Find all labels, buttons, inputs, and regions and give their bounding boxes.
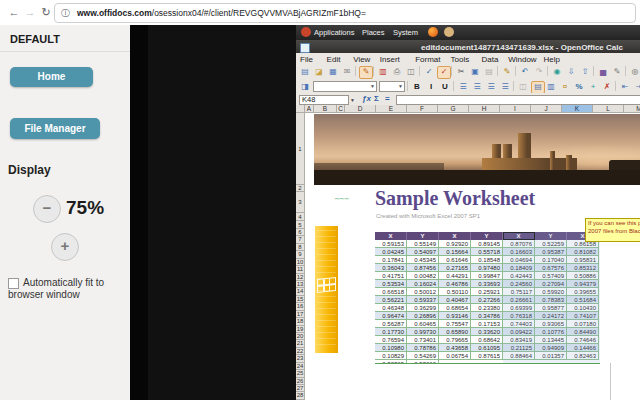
table-cell[interactable]: 0.96474 (375, 312, 407, 320)
menu-format[interactable]: Format (415, 55, 440, 64)
decrease-indent-icon[interactable]: ⇤ (619, 81, 631, 92)
add-decimal-icon[interactable]: + (587, 81, 599, 92)
wrap-text-icon[interactable]: ▤ (531, 81, 545, 94)
select-all-corner[interactable] (296, 105, 305, 113)
find-replace-icon[interactable]: ◎ (629, 66, 640, 77)
browser-back-button[interactable]: ← (6, 4, 22, 20)
table-cell[interactable]: 0.24172 (535, 312, 567, 320)
table-cell[interactable]: 0.13445 (535, 336, 567, 344)
sort-descending-icon[interactable]: ⇧ (579, 66, 591, 77)
table-cell[interactable]: 0.93065 (535, 320, 567, 328)
sidebar-toggle-icon[interactable]: ◨ (299, 81, 311, 92)
table-cell[interactable]: 0.76318 (503, 312, 535, 320)
table-cell[interactable]: 0.21125 (503, 344, 535, 352)
table-cell[interactable]: 0.88464 (503, 352, 535, 360)
folder-icon[interactable] (444, 27, 454, 37)
home-button[interactable]: Home (10, 67, 93, 87)
table-header-cell[interactable]: Y (471, 232, 503, 240)
column-header-K[interactable]: K (562, 105, 593, 113)
table-cell[interactable]: 0.78383 (535, 296, 567, 304)
table-cell[interactable]: 0.85312 (567, 264, 599, 272)
table-cell[interactable]: 0.87456 (407, 264, 439, 272)
row-header-21[interactable]: 21 (296, 340, 305, 347)
paste-icon[interactable]: ▤ (483, 66, 495, 77)
font-name-combo[interactable]: ▼ (313, 81, 377, 92)
chart-columns-icon[interactable]: ▥ (545, 81, 557, 92)
menu-places[interactable]: Places (362, 28, 385, 37)
table-cell[interactable]: 0.10430 (567, 304, 599, 312)
table-cell[interactable]: 0.00482 (407, 272, 439, 280)
table-cell[interactable]: 0.33620 (471, 328, 503, 336)
menu-applications[interactable]: Applications (314, 28, 354, 37)
increase-indent-icon[interactable]: ⇥ (633, 81, 640, 92)
row-header-12[interactable]: 12 (296, 274, 305, 281)
formula-input-line[interactable] (396, 95, 640, 105)
percent-format-icon[interactable]: % (573, 81, 585, 92)
table-cell[interactable]: 0.55149 (407, 240, 439, 248)
undo-icon[interactable]: ↶ (519, 66, 531, 77)
table-cell[interactable]: 0.55718 (471, 248, 503, 256)
table-cell[interactable]: 0.39655 (567, 288, 599, 296)
table-cell[interactable]: 0.10829 (375, 352, 407, 360)
align-left-icon[interactable]: ☰ (457, 81, 469, 92)
window-title-bar[interactable]: editdocument14877143471639.xlsx - OpenOf… (296, 40, 640, 53)
autospellcheck-icon[interactable]: ✓ (437, 66, 451, 79)
currency-format-icon[interactable]: ¤ (559, 81, 571, 92)
table-cell[interactable]: 0.54269 (407, 352, 439, 360)
table-cell[interactable]: 0.75117 (503, 288, 535, 296)
column-header-J[interactable]: J (531, 105, 562, 113)
row-header-26[interactable]: 26 (296, 378, 305, 385)
table-cell[interactable]: 0.75547 (439, 320, 471, 328)
table-cell[interactable]: 0.36043 (375, 264, 407, 272)
table-cell[interactable]: 0.68642 (471, 336, 503, 344)
row-header-17[interactable]: 17 (296, 311, 305, 318)
column-header-F[interactable]: F (407, 105, 438, 113)
menu-data[interactable]: Data (482, 55, 499, 64)
table-cell[interactable]: 0.09422 (503, 328, 535, 336)
table-cell[interactable]: 0.25921 (471, 288, 503, 296)
table-cell[interactable]: 0.44291 (439, 272, 471, 280)
table-cell[interactable]: 0.94379 (567, 280, 599, 288)
table-header-cell[interactable]: X (439, 232, 471, 240)
column-header-H[interactable]: H (469, 105, 500, 113)
sheet-cells-area[interactable]: ∼∼∼ Sample Worksheet Created with Micros… (305, 113, 640, 400)
table-cell[interactable]: 0.68654 (439, 304, 471, 312)
table-cell[interactable]: 0.42443 (503, 272, 535, 280)
sort-ascending-icon[interactable]: ⇩ (565, 66, 577, 77)
name-box-dropdown-icon[interactable]: ▼ (348, 95, 357, 105)
table-cell[interactable]: 0.46786 (439, 280, 471, 288)
table-cell[interactable]: 0.27165 (439, 264, 471, 272)
table-cell[interactable]: 0.66518 (375, 288, 407, 296)
distro-menu-icon[interactable] (301, 27, 311, 37)
row-header-27[interactable]: 27 (296, 385, 305, 392)
table-cell[interactable]: 0.18409 (503, 264, 535, 272)
column-header-I[interactable]: I (500, 105, 531, 113)
row-header-28[interactable]: 28 (296, 392, 305, 399)
save-icon[interactable]: ▦ (327, 66, 339, 77)
print-icon[interactable]: ⎙ (391, 66, 403, 77)
new-icon[interactable]: ▤ (299, 66, 311, 77)
row-header-23[interactable]: 23 (296, 355, 305, 362)
table-cell[interactable]: 0.17040 (535, 256, 567, 264)
table-cell[interactable]: 0.50110 (439, 288, 471, 296)
zoom-in-button[interactable]: + (51, 233, 79, 261)
table-cell[interactable]: 0.78786 (407, 344, 439, 352)
row-header-6[interactable]: 6 (296, 229, 305, 236)
table-cell[interactable]: 0.15664 (439, 248, 471, 256)
browser-refresh-button[interactable]: ↻ (38, 4, 54, 20)
table-cell[interactable]: 0.76594 (375, 336, 407, 344)
table-cell[interactable]: 0.14466 (567, 344, 599, 352)
delete-decimal-icon[interactable]: ✗ (601, 81, 613, 92)
row-header-4[interactable]: 4 (296, 213, 305, 221)
bold-button[interactable]: B (411, 81, 423, 92)
table-cell[interactable]: 0.27266 (471, 296, 503, 304)
function-wizard-icon[interactable]: ƒx (362, 94, 371, 103)
row-header-16[interactable]: 16 (296, 303, 305, 310)
table-header-cell[interactable]: Y (407, 232, 439, 240)
table-cell[interactable]: 0.36299 (407, 304, 439, 312)
table-cell[interactable]: 0.59153 (375, 240, 407, 248)
edit-mode-icon[interactable]: ✎ (359, 66, 373, 79)
row-header-25[interactable]: 25 (296, 370, 305, 377)
row-header-8[interactable]: 8 (296, 244, 305, 251)
table-cell[interactable]: 0.56221 (375, 296, 407, 304)
